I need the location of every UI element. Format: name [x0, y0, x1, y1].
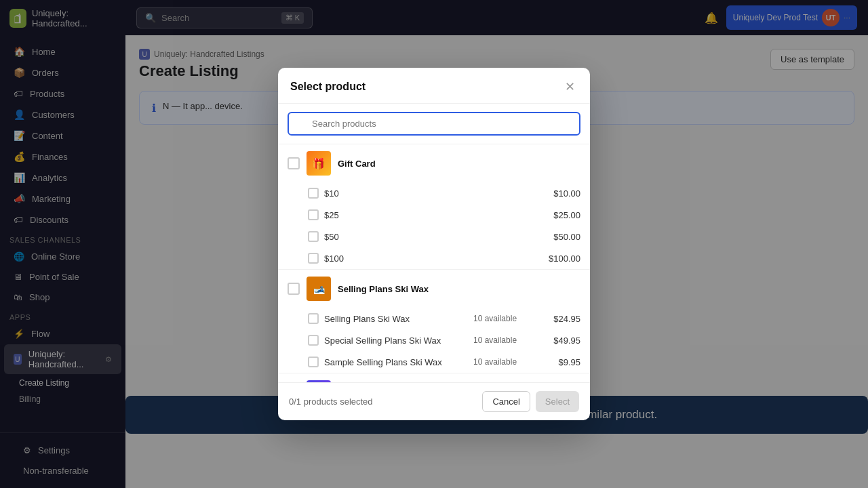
- variant-$50-name: $50: [324, 232, 468, 242]
- modal-search-icon-wrap: 🔍: [288, 112, 580, 136]
- footer-actions: Cancel Select: [482, 391, 579, 412]
- variant-$100-name: $100: [324, 253, 468, 264]
- gift-card-thumb: 🎁: [307, 151, 331, 176]
- sample-ski-wax-avail: 10 available: [473, 357, 534, 367]
- ski-wax-variant-checkbox[interactable]: [308, 313, 319, 324]
- modal-search-wrap: 🔍: [278, 104, 590, 144]
- variant-$25-price: $25.00: [540, 210, 580, 220]
- variant-$25-checkbox[interactable]: [308, 209, 319, 220]
- variant-$50-checkbox[interactable]: [308, 231, 319, 242]
- products-selected-label: 0/1 products selected: [289, 396, 373, 407]
- product-row: $25 $25.00: [278, 204, 590, 226]
- modal-header: Select product ✕: [278, 68, 590, 104]
- modal-close-button[interactable]: ✕: [561, 79, 578, 95]
- cancel-button[interactable]: Cancel: [482, 391, 530, 412]
- special-ski-wax-price: $49.95: [540, 336, 580, 346]
- select-product-modal: Select product ✕ 🔍 🎁 Gift Card $10 $10.0…: [278, 68, 590, 420]
- special-ski-wax-avail: 10 available: [473, 336, 534, 345]
- product-group-gift-card: 🎁 Gift Card: [278, 144, 590, 182]
- variant-$100-checkbox[interactable]: [308, 253, 319, 264]
- variant-$100-price: $100.00: [540, 253, 580, 264]
- product-row: $50 $50.00: [278, 226, 590, 247]
- modal-search-input[interactable]: [288, 112, 580, 136]
- ski-wax-variant-avail: 10 available: [473, 314, 534, 323]
- ski-wax-name: Selling Plans Ski Wax: [338, 284, 429, 294]
- gift-card-group-checkbox[interactable]: [288, 157, 300, 169]
- modal-footer: 0/1 products selected Cancel Select: [278, 382, 590, 420]
- variant-$50-price: $50.00: [540, 232, 580, 242]
- product-row: Special Selling Plans Ski Wax 10 availab…: [278, 329, 590, 351]
- sample-ski-wax-checkbox[interactable]: [308, 357, 319, 367]
- modal-overlay: Select product ✕ 🔍 🎁 Gift Card $10 $10.0…: [0, 0, 868, 488]
- variant-$10-checkbox[interactable]: [308, 188, 319, 199]
- product-group-foo-snowboard: 📊 The Foo Fulfilled Snowboard 30 availab…: [278, 373, 590, 382]
- variant-$10-price: $10.00: [540, 188, 580, 199]
- ski-wax-variant-name: Selling Plans Ski Wax: [324, 314, 468, 324]
- sample-ski-wax-price: $9.95: [540, 357, 580, 367]
- variant-$10-name: $10: [324, 188, 468, 199]
- modal-product-list: 🎁 Gift Card $10 $10.00 $25 $25.00 $50 $5…: [278, 144, 590, 382]
- product-row: $10 $10.00: [278, 182, 590, 204]
- select-button[interactable]: Select: [536, 391, 579, 412]
- gift-card-name: Gift Card: [338, 159, 376, 169]
- ski-wax-group-checkbox[interactable]: [288, 283, 300, 295]
- product-group-ski-wax: 🎿 Selling Plans Ski Wax: [278, 270, 590, 308]
- variant-$25-name: $25: [324, 210, 468, 220]
- ski-wax-thumb: 🎿: [307, 277, 331, 301]
- product-row: Sample Selling Plans Ski Wax 10 availabl…: [278, 351, 590, 373]
- sample-ski-wax-name: Sample Selling Plans Ski Wax: [324, 357, 468, 367]
- product-row: $100 $100.00: [278, 247, 590, 269]
- modal-title: Select product: [290, 81, 366, 93]
- special-ski-wax-name: Special Selling Plans Ski Wax: [324, 336, 468, 346]
- ski-wax-variant-price: $24.95: [540, 314, 580, 324]
- product-row: Selling Plans Ski Wax 10 available $24.9…: [278, 308, 590, 329]
- special-ski-wax-checkbox[interactable]: [308, 335, 319, 346]
